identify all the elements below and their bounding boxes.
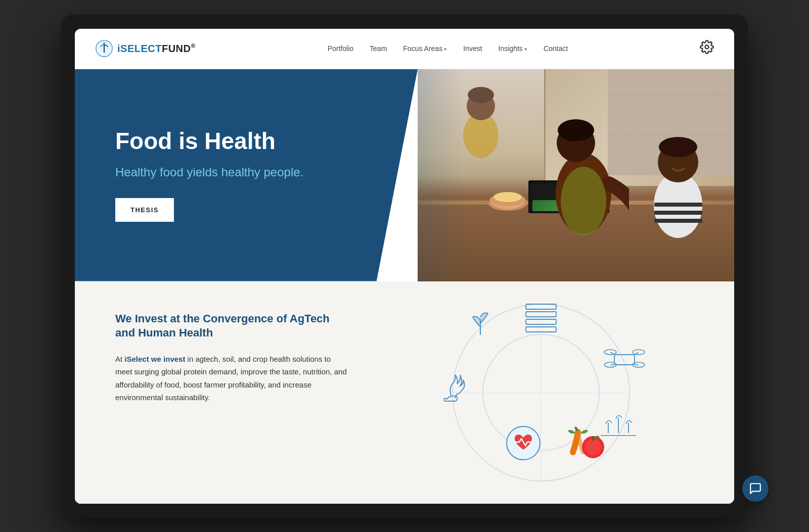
nav-item-portfolio[interactable]: Portfolio xyxy=(328,44,353,53)
logo-iselect: iSELECT xyxy=(117,43,162,54)
about-heading: We Invest at the Convergence of AgTech a… xyxy=(115,312,348,341)
gear-svg xyxy=(700,40,714,54)
nav-link-team[interactable]: Team xyxy=(370,44,387,53)
hero-left: Food is Health Healthy food yields healt… xyxy=(75,69,418,281)
about-text: We Invest at the Convergence of AgTech a… xyxy=(115,312,348,404)
hero-section: Food is Health Healthy food yields healt… xyxy=(75,69,734,281)
thesis-button[interactable]: THESIS xyxy=(115,198,174,222)
chat-bubble[interactable] xyxy=(742,475,769,502)
navbar: iSELECTFUND® Portfolio Team Focus Areas … xyxy=(75,29,734,69)
logo-text: iSELECTFUND® xyxy=(117,42,196,55)
settings-icon[interactable] xyxy=(700,40,714,57)
hero-overlay xyxy=(418,69,734,281)
chat-icon xyxy=(749,482,762,495)
svg-rect-46 xyxy=(592,436,594,441)
nav-item-contact[interactable]: Contact xyxy=(544,44,568,53)
logo-icon xyxy=(95,39,113,58)
kitchen-scene xyxy=(418,69,734,281)
nav-link-contact[interactable]: Contact xyxy=(544,44,568,53)
svg-point-45 xyxy=(585,439,601,455)
nav-item-insights[interactable]: Insights xyxy=(499,44,527,53)
about-section: We Invest at the Convergence of AgTech a… xyxy=(75,281,734,504)
nav-item-focus-areas[interactable]: Focus Areas xyxy=(403,44,447,53)
hero-subtitle: Healthy food yields healthy people. xyxy=(115,164,387,180)
diagram-svg xyxy=(420,297,662,489)
browser-window: iSELECTFUND® Portfolio Team Focus Areas … xyxy=(75,29,734,504)
hero-title: Food is Health xyxy=(115,128,387,154)
svg-point-1 xyxy=(103,42,106,45)
icon-vegetables xyxy=(568,426,604,458)
about-bold: iSelect we invest xyxy=(124,355,185,363)
icon-heart-health xyxy=(507,426,540,460)
logo[interactable]: iSELECTFUND® xyxy=(95,39,196,58)
about-body: At iSelect we invest in agtech, soil, an… xyxy=(115,353,348,404)
logo-reg: ® xyxy=(191,42,196,50)
nav-item-invest[interactable]: Invest xyxy=(463,44,482,53)
icon-sprout xyxy=(601,415,636,436)
diagram-area xyxy=(388,312,694,473)
nav-link-focus-areas[interactable]: Focus Areas xyxy=(403,44,447,53)
icon-plant-hand xyxy=(444,375,465,401)
nav-link-insights[interactable]: Insights xyxy=(499,44,527,53)
device-frame: iSELECTFUND® Portfolio Team Focus Areas … xyxy=(61,15,748,518)
nav-link-portfolio[interactable]: Portfolio xyxy=(328,44,353,53)
hero-right xyxy=(418,69,734,281)
nav-item-team[interactable]: Team xyxy=(370,44,387,53)
icon-drone xyxy=(604,350,645,367)
logo-fund: FUND xyxy=(162,43,191,54)
about-prefix: At xyxy=(115,355,124,363)
nav-link-invest[interactable]: Invest xyxy=(463,44,482,53)
nav-links: Portfolio Team Focus Areas Invest Insigh… xyxy=(328,44,568,53)
